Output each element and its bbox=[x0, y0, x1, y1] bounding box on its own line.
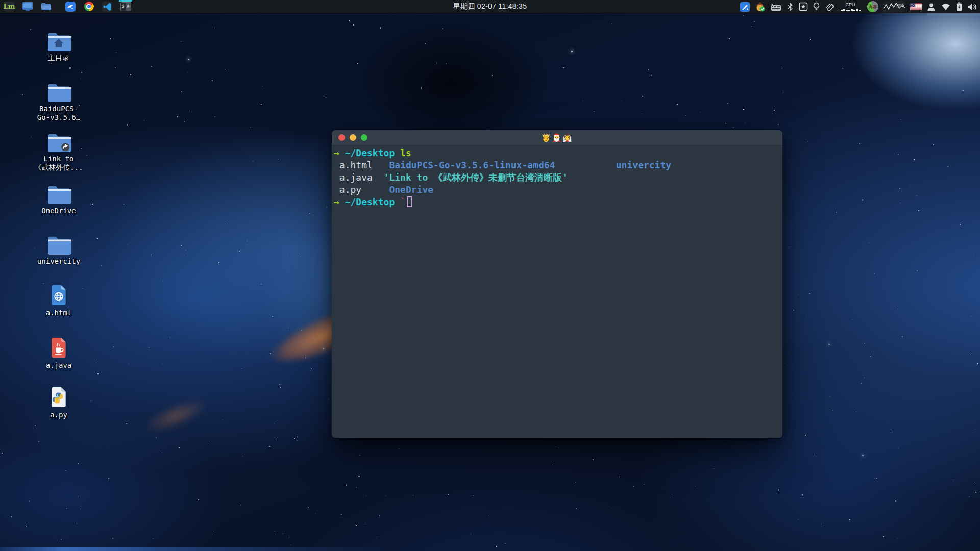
folder-icon bbox=[46, 185, 71, 204]
wifi-icon bbox=[941, 3, 951, 11]
volume-icon bbox=[967, 3, 977, 11]
network-monitor-widget[interactable]: 网络 bbox=[884, 1, 905, 12]
desktop-icon-label: Link to 《武林外传... bbox=[28, 155, 89, 172]
bluetooth-tray-button[interactable] bbox=[787, 1, 794, 12]
terminal-output-line: a.java 'Link to 《武林外传》未删节台湾清晰版' bbox=[334, 171, 780, 184]
desktop-icon-label: BaiduPCS- Go-v3.5.6… bbox=[28, 105, 89, 122]
desktop-icon-label: a.java bbox=[28, 361, 89, 370]
lightbulb-icon bbox=[813, 2, 820, 11]
bottom-horizon-glow bbox=[0, 547, 459, 551]
clipboard-tray-button[interactable] bbox=[825, 1, 834, 12]
file-manager-button[interactable] bbox=[40, 0, 52, 13]
desktop-icon-onedrive[interactable]: OneDrive bbox=[28, 185, 89, 215]
java-file-icon bbox=[50, 337, 68, 359]
desktop-icon-home[interactable]: 主目录 bbox=[28, 32, 89, 62]
paperclip-icon bbox=[825, 2, 834, 11]
battery-applet-button[interactable] bbox=[956, 1, 962, 12]
keyboard-flag-button[interactable] bbox=[910, 1, 922, 12]
terminal-output-line: a.py OneDrive bbox=[334, 184, 780, 196]
input-method-tray-button[interactable] bbox=[740, 1, 750, 12]
desktop-icon-a-py[interactable]: a.py bbox=[28, 386, 89, 419]
system-tray: CPU 内存 网络 bbox=[740, 0, 977, 13]
keyboard-icon bbox=[771, 3, 781, 11]
cpu-monitor-widget[interactable]: CPU bbox=[839, 1, 862, 12]
memory-monitor-widget[interactable]: 内存 bbox=[867, 1, 878, 12]
terminal-prompt-line: → ~/Desktop ls bbox=[334, 147, 780, 159]
battery-charging-icon bbox=[956, 2, 962, 11]
mint-menu-button[interactable]: Lm bbox=[4, 0, 15, 13]
mint-logo-icon: Lm bbox=[4, 2, 14, 12]
vscode-icon bbox=[102, 2, 112, 12]
desktop-icon-univercity[interactable]: univercity bbox=[28, 235, 89, 266]
network-label: 网络 bbox=[896, 3, 904, 8]
desktop-icon-label: a.html bbox=[28, 309, 89, 317]
folder-icon bbox=[46, 83, 71, 102]
cpu-bars-graph bbox=[841, 8, 861, 11]
vscode-button[interactable] bbox=[102, 0, 113, 13]
close-button[interactable] bbox=[338, 134, 345, 141]
nutstore-acorn-icon bbox=[755, 2, 766, 12]
terminal-window: 🤴🎅👰 → ~/Desktop ls a.html BaiduPCS-Go-v3… bbox=[332, 130, 782, 438]
memory-pie-chart: 内存 bbox=[867, 1, 878, 12]
folder-icon bbox=[41, 3, 51, 11]
active-window-indicator bbox=[119, 0, 132, 2]
panel-launchers: Lm bbox=[0, 0, 131, 13]
terminal-cursor bbox=[407, 196, 412, 207]
baidu-netdisk-icon bbox=[65, 2, 76, 12]
book-star-icon bbox=[799, 2, 808, 11]
window-controls bbox=[332, 134, 368, 141]
us-flag-icon bbox=[910, 3, 922, 10]
desktop-icon-label: 主目录 bbox=[28, 54, 89, 62]
bookmark-tray-button[interactable] bbox=[799, 1, 808, 12]
network-applet-button[interactable] bbox=[941, 1, 951, 12]
chrome-button[interactable] bbox=[83, 0, 94, 13]
top-panel: Lm bbox=[0, 0, 980, 13]
folder-icon bbox=[46, 235, 71, 255]
minimize-button[interactable] bbox=[350, 134, 356, 141]
baidu-netdisk-button[interactable] bbox=[65, 0, 76, 13]
desktop-icon-label: a.py bbox=[28, 411, 89, 419]
desktop-icon-baidupcs[interactable]: BaiduPCS- Go-v3.5.6… bbox=[28, 83, 89, 122]
panel-clock[interactable]: 星期四 02-07 11:48:35 bbox=[453, 2, 527, 11]
desktop-icon-link-wulinwaizhuan[interactable]: Link to 《武林外传... bbox=[28, 133, 89, 172]
desktop-icon-label: OneDrive bbox=[28, 207, 89, 215]
terminal-prompt-line-current: → ~/Desktop ` bbox=[334, 196, 780, 208]
desktop-icon-a-html[interactable]: a.html bbox=[28, 284, 89, 317]
desktop-icon-label: univercity bbox=[28, 257, 89, 266]
keyboard-layout-tray-button[interactable] bbox=[771, 1, 781, 12]
input-method-icon bbox=[740, 2, 750, 12]
desktop-icon-a-java[interactable]: a.java bbox=[28, 337, 89, 370]
terminal-app-button[interactable]: $# bbox=[120, 0, 131, 13]
redshift-tray-button[interactable] bbox=[813, 1, 820, 12]
python-file-icon bbox=[50, 386, 68, 408]
maximize-button[interactable] bbox=[361, 134, 368, 141]
chrome-icon bbox=[84, 2, 94, 11]
terminal-icon: $# bbox=[120, 2, 131, 11]
cpu-label: CPU bbox=[845, 2, 855, 7]
bluetooth-icon bbox=[787, 2, 794, 11]
html-file-icon bbox=[50, 284, 68, 306]
show-desktop-button[interactable] bbox=[22, 0, 33, 13]
memory-label: 内存 bbox=[869, 4, 877, 10]
symlink-folder-icon bbox=[46, 133, 71, 152]
home-folder-icon bbox=[46, 32, 71, 51]
window-title: 🤴🎅👰 bbox=[541, 130, 573, 145]
volume-applet-button[interactable] bbox=[967, 1, 977, 12]
user-applet-button[interactable] bbox=[927, 1, 936, 12]
terminal-output-line: a.html BaiduPCS-Go-v3.5.6-linux-amd64 un… bbox=[334, 159, 780, 171]
user-icon bbox=[927, 3, 936, 11]
terminal-content[interactable]: → ~/Desktop ls a.html BaiduPCS-Go-v3.5.6… bbox=[332, 145, 782, 438]
nutstore-tray-button[interactable] bbox=[755, 1, 766, 12]
desktop-icon bbox=[22, 2, 33, 11]
terminal-titlebar[interactable]: 🤴🎅👰 bbox=[332, 130, 782, 145]
